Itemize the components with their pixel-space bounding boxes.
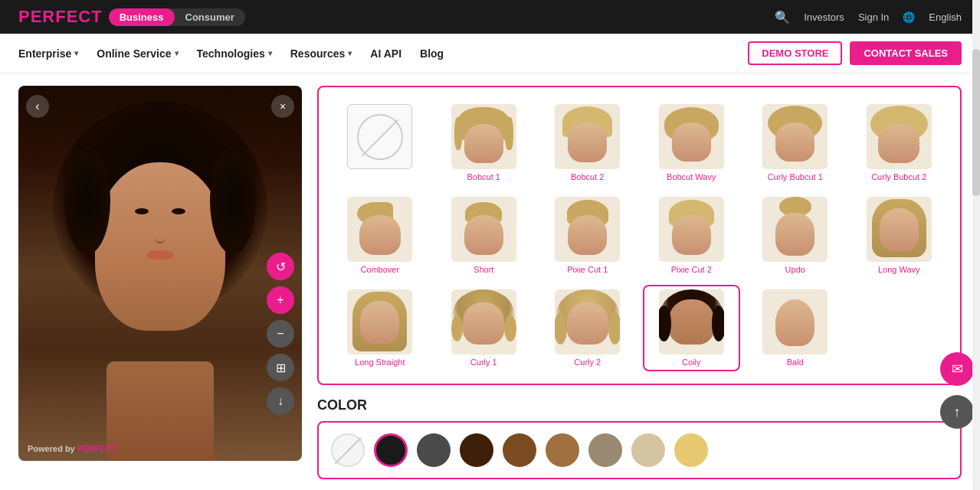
color-swatch-blonde-light[interactable] [631, 433, 665, 467]
hair-thumb-bobcut2 [555, 104, 620, 169]
search-icon[interactable]: 🔍 [775, 10, 790, 24]
nav-right: DEMO STORE CONTACT SALES [748, 41, 962, 65]
nav-left: Enterprise ▾ Online Service ▾ Technologi… [18, 47, 444, 60]
contact-sales-button[interactable]: CONTACT SALES [850, 41, 962, 65]
chevron-down-icon: ▾ [175, 49, 179, 57]
hair-thumb-curly-bubcut1 [762, 104, 828, 169]
watermark-brand: PERFECT [77, 444, 116, 453]
hair-thumb-short [451, 197, 516, 262]
hair-thumb-long-wavy [867, 197, 932, 262]
color-section: COLOR [317, 397, 962, 479]
right-panel: Bobcut 1 Bobcut 2 [317, 86, 962, 479]
signin-link[interactable]: Sign In [858, 11, 889, 23]
hair-style-curly-bubcut1[interactable]: Curly Bubcut 1 [746, 100, 844, 186]
float-right-buttons: ✉ ↑ [940, 352, 974, 429]
color-swatch-black[interactable] [374, 433, 408, 467]
main-content: ‹ × ↺ + − ⊞ ↓ Powered by PERFECT [0, 74, 980, 490]
globe-icon: 🌐 [903, 11, 915, 23]
hair-style-short[interactable]: Short [435, 192, 533, 279]
zoom-in-button[interactable]: + [267, 286, 294, 314]
color-section-title: COLOR [317, 397, 962, 413]
nav-blog[interactable]: Blog [420, 47, 444, 60]
scrollbar-track[interactable] [972, 0, 980, 490]
hair-style-curly-bubcut2[interactable]: Curly Bubcut 2 [851, 100, 949, 186]
color-swatch-ash-brown[interactable] [588, 433, 622, 467]
demo-store-button[interactable]: DEMO STORE [748, 41, 842, 65]
side-controls: ↺ + − ⊞ ↓ [267, 253, 294, 415]
hair-thumb-coily [659, 289, 724, 354]
zoom-out-button[interactable]: − [267, 320, 294, 348]
hair-thumb-pixie-cut1 [555, 197, 620, 262]
hair-thumb-curly1 [451, 289, 516, 354]
nav-bar: Enterprise ▾ Online Service ▾ Technologi… [0, 34, 980, 74]
top-bar-left: PERFECT Business Consumer [18, 7, 245, 27]
chevron-down-icon: ▾ [268, 49, 272, 57]
photo-panel: ‹ × ↺ + − ⊞ ↓ Powered by PERFECT [18, 86, 302, 461]
hair-style-bald[interactable]: Bald [746, 285, 844, 371]
nav-ai-api[interactable]: AI API [370, 47, 402, 60]
hair-style-curly2[interactable]: Curly 2 [539, 285, 637, 371]
color-swatch-light-brown[interactable] [546, 433, 579, 467]
hair-style-long-wavy[interactable]: Long Wavy [851, 192, 949, 279]
hair-style-updo[interactable]: Updo [746, 192, 844, 279]
close-photo-button[interactable]: × [271, 95, 294, 118]
business-toggle-btn[interactable]: Business [109, 8, 175, 26]
reset-button[interactable]: ↺ [267, 253, 294, 280]
none-icon [357, 114, 403, 160]
hair-thumb-bobcut-wavy [659, 104, 724, 169]
email-float-button[interactable]: ✉ [940, 352, 974, 386]
logo: PERFECT [18, 7, 103, 27]
hair-thumb-bald [762, 289, 828, 354]
top-bar: PERFECT Business Consumer 🔍 Investors Si… [0, 0, 980, 34]
hair-thumb-combover [347, 197, 412, 262]
hair-style-pixie-cut2[interactable]: Pixie Cut 2 [643, 192, 741, 279]
nav-enterprise[interactable]: Enterprise ▾ [18, 47, 78, 60]
hair-thumb-pixie-cut2 [659, 197, 724, 262]
hair-style-coily[interactable]: Coily [643, 285, 741, 371]
scrollbar-thumb[interactable] [972, 49, 980, 196]
hair-style-container: Bobcut 1 Bobcut 2 [317, 86, 962, 385]
prev-photo-button[interactable]: ‹ [26, 95, 49, 118]
color-swatch-golden-blonde[interactable] [674, 433, 708, 467]
grid-view-button[interactable]: ⊞ [267, 354, 294, 381]
language-link[interactable]: English [929, 11, 962, 23]
hair-style-bobcut-wavy[interactable]: Bobcut Wavy [643, 100, 741, 186]
hair-style-pixie-cut1[interactable]: Pixie Cut 1 [539, 192, 637, 279]
investors-link[interactable]: Investors [804, 11, 844, 23]
scroll-top-button[interactable]: ↑ [940, 395, 974, 429]
hair-style-bobcut1[interactable]: Bobcut 1 [435, 100, 533, 186]
hair-thumb-curly-bubcut2 [867, 104, 932, 169]
nav-resources[interactable]: Resources ▾ [290, 47, 352, 60]
hair-style-bobcut2[interactable]: Bobcut 2 [539, 100, 637, 186]
download-button[interactable]: ↓ [267, 387, 294, 415]
hair-thumb-bobcut1 [451, 104, 516, 169]
color-swatch-dark-brown[interactable] [460, 433, 493, 467]
chevron-down-icon: ▾ [74, 49, 78, 57]
chevron-down-icon: ▾ [348, 49, 352, 57]
hair-style-combover[interactable]: Combover [331, 192, 429, 279]
color-swatch-dark-gray[interactable] [417, 433, 451, 467]
hair-style-grid: Bobcut 1 Bobcut 2 [331, 100, 948, 371]
top-bar-right: 🔍 Investors Sign In 🌐 English [775, 10, 962, 24]
hair-style-curly1[interactable]: Curly 1 [435, 285, 533, 371]
hair-style-long-straight[interactable]: Long Straight [331, 285, 429, 371]
color-swatch-none[interactable] [331, 433, 365, 467]
color-swatch-medium-brown[interactable] [503, 433, 536, 467]
hair-thumb-long-straight [347, 289, 412, 354]
color-grid-container [317, 421, 962, 479]
business-consumer-toggle: Business Consumer [109, 8, 245, 26]
nav-technologies[interactable]: Technologies ▾ [197, 47, 272, 60]
hair-thumb-none [347, 104, 412, 169]
hair-style-none[interactable] [331, 100, 429, 186]
hair-thumb-curly2 [555, 289, 620, 354]
hair-thumb-updo [762, 197, 828, 262]
consumer-toggle-btn[interactable]: Consumer [175, 8, 245, 26]
watermark: Powered by PERFECT [28, 444, 116, 453]
nav-online-service[interactable]: Online Service ▾ [97, 47, 178, 60]
